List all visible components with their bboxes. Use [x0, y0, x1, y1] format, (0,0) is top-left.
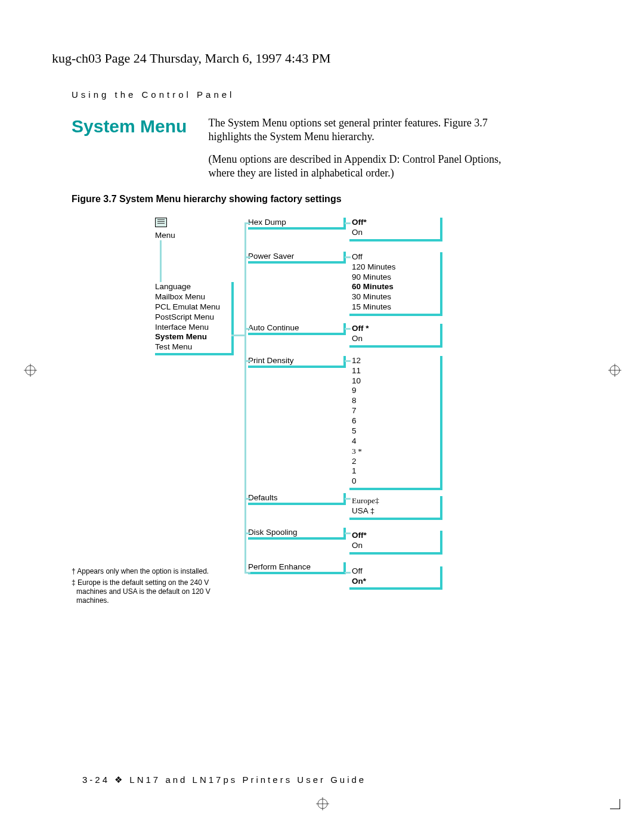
footnote: ‡ Europe is the default setting on the 2…: [72, 578, 227, 605]
connector-line: [345, 532, 351, 534]
value-option: 9: [352, 386, 440, 396]
value-option: 30 Minutes: [352, 292, 440, 302]
value-default: Off*: [352, 531, 440, 541]
menu-icon: [155, 218, 167, 227]
value-option: Off: [352, 252, 440, 262]
value-option: On: [352, 334, 440, 344]
value-option: 1: [352, 466, 440, 476]
paragraph: (Menu options are described in Appendix …: [208, 153, 506, 181]
figure-caption: Figure 3.7 System Menu hierarchy showing…: [72, 194, 342, 205]
menu-item: PostScript Menu: [155, 312, 231, 323]
connector-line: [160, 240, 162, 282]
submenu-item: Perform Enhance: [248, 562, 346, 574]
section-title: System Menu: [72, 116, 206, 137]
footnote: † Appears only when the option is instal…: [72, 567, 227, 576]
value-option: 0: [352, 476, 440, 487]
menu-item: Interface Menu: [155, 323, 231, 333]
value-option: Off: [352, 566, 440, 577]
connector-line: [244, 498, 250, 500]
menu-item: Language: [155, 282, 231, 292]
crop-mark-icon: [316, 797, 328, 809]
value-default: Off *: [352, 324, 440, 334]
connector-line: [244, 222, 250, 224]
connector-line: [345, 328, 351, 330]
crop-mark-icon: [608, 364, 620, 376]
submenu-item: Auto Continue: [248, 323, 346, 335]
value-option: 90 Minutes: [352, 272, 440, 283]
connector-line: [244, 256, 250, 258]
connector-line: [345, 256, 351, 258]
menu-item: PCL Emulat Menu: [155, 302, 231, 312]
connector-line: [244, 572, 250, 574]
crop-mark-icon: [24, 364, 36, 376]
page-header: kug-ch03 Page 24 Thursday, March 6, 1997…: [52, 51, 330, 66]
connector-line: [231, 335, 246, 336]
paragraph: The System Menu options set general prin…: [208, 116, 506, 144]
value-option: 8: [352, 396, 440, 406]
connector-line: [345, 360, 351, 362]
value-option: On: [352, 541, 440, 551]
menu-item: Mailbox Menu: [155, 292, 231, 302]
connector-line: [244, 532, 250, 534]
value-option: 2: [352, 457, 440, 467]
connector-line: [345, 498, 351, 500]
crop-corner-icon: [610, 799, 620, 809]
submenu-item: Defaults: [248, 493, 346, 505]
submenu-item: Hex Dump: [248, 218, 346, 230]
footnotes: † Appears only when the option is instal…: [72, 567, 227, 608]
value-default: On*: [352, 577, 440, 587]
section-label: Using the Control Panel: [72, 89, 234, 100]
value-block: Off * On: [349, 324, 442, 348]
value-option: 12: [352, 356, 440, 366]
value-option: 120 Minutes: [352, 262, 440, 272]
value-default: 60 Minutes: [352, 282, 440, 292]
value-option: 7: [352, 406, 440, 416]
value-block: 12 11 10 9 8 7 6 5 4 3 * 2 1 0: [349, 356, 442, 490]
value-option: 10: [352, 376, 440, 386]
menu-item-selected: System Menu: [155, 332, 231, 342]
body-text: The System Menu options set general prin…: [208, 116, 506, 189]
top-level-menu-list: Language Mailbox Menu PCL Emulat Menu Po…: [155, 282, 234, 355]
value-option: USA ‡: [352, 506, 440, 516]
connector-line: [345, 222, 351, 224]
value-block: Off 120 Minutes 90 Minutes 60 Minutes 30…: [349, 252, 442, 316]
value-block: Off* On: [349, 218, 442, 241]
value-option: 6: [352, 416, 440, 426]
connector-line: [345, 572, 351, 574]
content-block: System Menu The System Menu options set …: [72, 116, 519, 189]
value-option: 5: [352, 426, 440, 436]
menu-root-label: Menu: [155, 231, 175, 240]
connector-line: [244, 328, 250, 330]
value-block: Off On*: [349, 566, 442, 590]
connector-line: [244, 222, 246, 573]
value-block: Europe‡ USA ‡: [349, 496, 442, 520]
value-option: Europe‡: [352, 496, 440, 506]
page-footer: 3-24 ❖ LN17 and LN17ps Printers User Gui…: [82, 775, 366, 785]
value-block: Off* On: [349, 531, 442, 555]
value-default: Off*: [352, 218, 440, 228]
submenu-item: Power Saver: [248, 252, 346, 264]
values-column: Off* On Off 120 Minutes 90 Minutes 60 Mi…: [349, 218, 442, 590]
submenu-item: Print Density: [248, 356, 346, 368]
value-option: On: [352, 228, 440, 238]
connector-line: [244, 360, 250, 362]
menu-item: Test Menu: [155, 342, 231, 352]
value-option: 11: [352, 366, 440, 376]
submenu-item: Disk Spooling: [248, 528, 346, 540]
value-option: 15 Minutes: [352, 302, 440, 312]
submenu-column: Hex Dump Power Saver Auto Continue Print…: [248, 218, 346, 574]
value-option: 4: [352, 436, 440, 447]
value-default: 3 *: [352, 447, 440, 457]
